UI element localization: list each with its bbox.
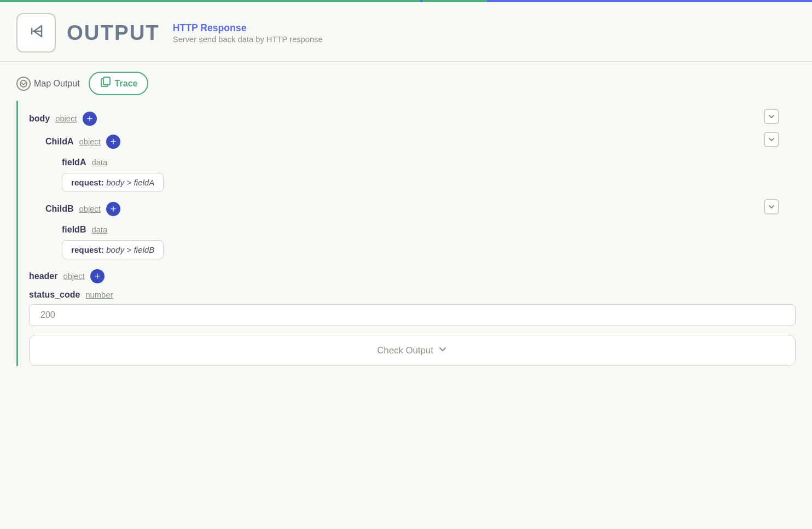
childA-add-button[interactable]: ＋ [106,135,120,149]
childA-row: ChildA object ＋ [45,128,796,151]
status-code-value-box: 200 [29,304,796,326]
body-field-row: body object ＋ [29,112,796,126]
childA-field-row: ChildA object ＋ [45,135,796,149]
output-title: OUTPUT [67,21,160,45]
header-field-name: header [29,271,57,281]
body-field-type[interactable]: object [55,114,77,123]
header: OUTPUT HTTP Response Server send back da… [0,2,812,62]
fieldA-value-path: body > fieldA [106,178,154,187]
fieldB-value-box: request: body > fieldB [62,240,164,259]
trace-button[interactable]: Trace [89,72,149,95]
header-icon-box [16,13,56,53]
fieldA-row: fieldA data [62,158,796,167]
toolbar: Map Output Trace [0,62,812,101]
back-arrow-icon [26,21,46,44]
top-bar [0,0,812,2]
fieldB-field-name: fieldB [62,225,86,235]
childB-field-type[interactable]: object [79,205,101,213]
childB-add-button[interactable]: ＋ [106,202,120,216]
header-field-type[interactable]: object [63,272,84,281]
fieldB-field-type[interactable]: data [91,225,107,234]
body-row: body object ＋ [29,105,796,128]
fieldA-field-name: fieldA [62,158,86,167]
toggle-circle [16,77,31,91]
body-collapse-button[interactable] [764,109,779,124]
check-output-button[interactable]: Check Output [29,335,796,366]
fieldB-value-path: body > fieldB [106,245,154,254]
childB-field-row: ChildB object ＋ [45,202,796,216]
childB-collapse-button[interactable] [764,199,779,214]
trace-label: Trace [115,79,138,89]
body-field-name: body [29,114,50,124]
childA-field-type[interactable]: object [79,137,101,146]
status-code-field-name: status_code [29,290,80,300]
status-code-field-type[interactable]: number [85,290,113,299]
map-output-toggle[interactable]: Map Output [16,77,80,91]
check-output-chevron-icon [438,344,448,357]
fieldB-row: fieldB data [62,225,796,235]
fieldA-field-type[interactable]: data [91,158,107,167]
svg-point-3 [20,80,27,87]
http-response-link[interactable]: HTTP Response [173,22,323,34]
svg-rect-5 [103,77,110,85]
status-code-row: status_code number [29,290,796,300]
childA-collapse-button[interactable] [764,132,779,147]
content-area: body object ＋ ChildA object ＋ [0,101,812,382]
childA-field-name: ChildA [45,137,74,147]
fieldA-value-prefix: request: [71,178,104,187]
body-add-button[interactable]: ＋ [83,112,97,126]
header-add-button[interactable]: ＋ [90,269,105,283]
map-output-label: Map Output [34,79,80,89]
childB-row: ChildB object ＋ [45,195,796,218]
fieldB-value-prefix: request: [71,245,104,254]
childB-field-name: ChildB [45,204,74,214]
fieldA-value-box: request: body > fieldA [62,173,164,192]
content-inner: body object ＋ ChildA object ＋ [16,101,796,366]
header-row: header object ＋ [29,269,796,283]
header-meta: HTTP Response Server send back data by H… [173,22,323,44]
trace-icon [100,76,112,91]
check-output-label: Check Output [377,345,433,356]
header-description: Server send back data by HTTP response [173,35,323,44]
